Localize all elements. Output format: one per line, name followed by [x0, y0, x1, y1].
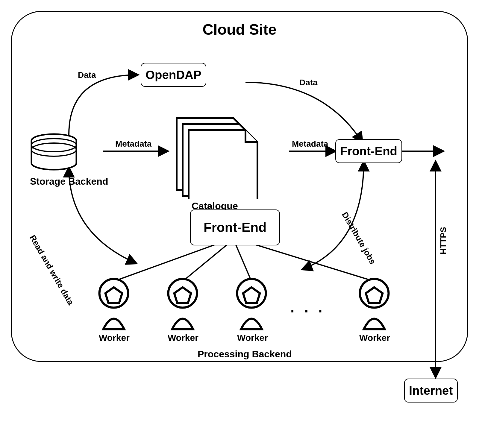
- person-icon: [356, 278, 392, 331]
- storage-label: Storage Backend: [30, 176, 108, 187]
- processing-hub-node: Front-End: [190, 209, 280, 245]
- edge-storage-opendap: Data: [78, 70, 96, 80]
- worker-label-4: Worker: [359, 333, 390, 343]
- frontend-node: Front-End: [335, 139, 402, 163]
- person-icon: [234, 278, 269, 331]
- person-icon: [96, 278, 132, 331]
- files-icon: [168, 115, 263, 199]
- edge-opendap-frontend: Data: [299, 78, 318, 87]
- person-icon: [165, 278, 201, 331]
- cloud-title: Cloud Site: [202, 21, 276, 38]
- svg-line-2: [183, 239, 234, 281]
- edge-storage-catalogue: Metadata: [115, 139, 151, 149]
- worker-node-2: [165, 278, 201, 332]
- opendap-node: OpenDAP: [141, 63, 206, 87]
- worker-ellipsis: . . .: [290, 299, 325, 316]
- worker-node-4: [356, 278, 392, 332]
- worker-label-2: Worker: [168, 333, 198, 343]
- catalogue-node: [168, 115, 263, 200]
- edge-frontend-internet: HTTPS: [439, 227, 448, 254]
- worker-label-3: Worker: [237, 333, 268, 343]
- internet-node: Internet: [404, 379, 458, 403]
- worker-label-1: Worker: [99, 333, 130, 343]
- worker-node-1: [96, 278, 132, 332]
- diagram-canvas: Cloud Site Storage Backend OpenDAP Catal…: [0, 0, 479, 448]
- processing-backend-label: Processing Backend: [198, 349, 292, 360]
- edge-catalogue-frontend: Metadata: [292, 139, 328, 149]
- svg-line-3: [234, 239, 251, 281]
- worker-node-3: [234, 278, 269, 332]
